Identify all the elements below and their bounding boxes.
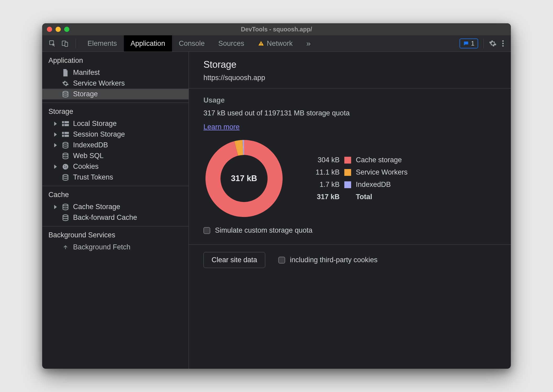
svg-point-21 bbox=[66, 166, 67, 167]
expand-icon bbox=[54, 205, 57, 209]
tab-console[interactable]: Console bbox=[172, 35, 212, 52]
usage-summary: 317 kB used out of 1197131 MB storage qu… bbox=[203, 109, 496, 117]
sidebar-item-local-storage[interactable]: Local Storage bbox=[42, 118, 189, 129]
device-toolbar-icon[interactable] bbox=[61, 40, 69, 47]
grid-icon bbox=[62, 131, 69, 138]
sidebar-item-storage[interactable]: Storage bbox=[42, 89, 189, 99]
sidebar-item-service-workers[interactable]: Service Workers bbox=[42, 78, 189, 89]
database-icon bbox=[62, 90, 69, 98]
svg-point-5 bbox=[502, 40, 504, 42]
sidebar-item-cache-storage[interactable]: Cache Storage bbox=[42, 201, 189, 212]
tab-network[interactable]: Network bbox=[251, 35, 300, 52]
svg-rect-14 bbox=[64, 132, 69, 134]
svg-point-20 bbox=[64, 165, 65, 166]
storage-panel: Storage https://squoosh.app Usage 317 kB… bbox=[189, 52, 511, 369]
upload-icon bbox=[62, 243, 69, 251]
svg-point-19 bbox=[63, 164, 68, 170]
sidebar-item-background-fetch[interactable]: Background Fetch bbox=[42, 242, 189, 253]
svg-rect-12 bbox=[64, 124, 69, 126]
chat-icon bbox=[463, 41, 469, 46]
minimize-window-button[interactable] bbox=[56, 27, 61, 32]
svg-rect-15 bbox=[62, 135, 64, 137]
issues-button[interactable]: 1 bbox=[460, 38, 478, 48]
kebab-menu-icon[interactable] bbox=[500, 40, 506, 47]
database-icon bbox=[62, 152, 69, 160]
cookie-icon bbox=[62, 163, 69, 171]
svg-point-24 bbox=[63, 174, 68, 176]
third-party-cookies-checkbox[interactable] bbox=[278, 257, 285, 264]
window-titlebar: DevTools - squoosh.app/ bbox=[42, 23, 511, 35]
sidebar-group-cache: Cache bbox=[42, 186, 189, 201]
maximize-window-button[interactable] bbox=[64, 27, 69, 32]
svg-point-25 bbox=[63, 204, 68, 206]
expand-icon bbox=[54, 143, 57, 147]
close-window-button[interactable] bbox=[47, 27, 52, 32]
expand-icon bbox=[54, 165, 57, 169]
third-party-cookies-label: including third-party cookies bbox=[290, 256, 378, 264]
window-controls bbox=[47, 27, 69, 32]
inspect-element-icon[interactable] bbox=[48, 40, 56, 47]
tab-sources[interactable]: Sources bbox=[212, 35, 251, 52]
svg-point-18 bbox=[63, 153, 68, 155]
page-title: Storage bbox=[203, 59, 496, 70]
svg-point-17 bbox=[63, 142, 68, 144]
svg-rect-9 bbox=[62, 121, 64, 123]
issues-count: 1 bbox=[471, 40, 474, 47]
svg-rect-10 bbox=[64, 121, 69, 123]
legend-row-cache: 304 kB Cache storage bbox=[306, 154, 408, 166]
usage-heading: Usage bbox=[203, 96, 496, 104]
svg-point-7 bbox=[502, 45, 504, 47]
expand-icon bbox=[54, 122, 57, 126]
legend-swatch bbox=[344, 181, 351, 188]
svg-rect-2 bbox=[65, 42, 68, 46]
svg-rect-13 bbox=[62, 132, 64, 134]
usage-donut-chart: 317 kB bbox=[203, 138, 285, 219]
devtools-tabs: Elements Application Console Sources Net… bbox=[81, 35, 318, 52]
donut-center-label: 317 kB bbox=[203, 138, 285, 219]
svg-rect-4 bbox=[261, 45, 261, 45]
file-icon bbox=[62, 69, 69, 77]
learn-more-link[interactable]: Learn more bbox=[203, 123, 240, 131]
sidebar-item-cookies[interactable]: Cookies bbox=[42, 161, 189, 172]
devtools-toolbar: Elements Application Console Sources Net… bbox=[42, 35, 511, 52]
svg-rect-11 bbox=[62, 124, 64, 126]
svg-point-8 bbox=[63, 91, 68, 93]
database-icon bbox=[62, 173, 69, 181]
svg-rect-16 bbox=[64, 135, 69, 137]
sidebar-group-background-services: Background Services bbox=[42, 226, 189, 242]
devtools-window: DevTools - squoosh.app/ Elements Applica… bbox=[42, 23, 511, 369]
svg-point-6 bbox=[502, 43, 504, 44]
settings-icon[interactable] bbox=[489, 40, 497, 47]
storage-origin: https://squoosh.app bbox=[203, 74, 496, 82]
simulate-quota-label: Simulate custom storage quota bbox=[215, 226, 312, 234]
window-title: DevTools - squoosh.app/ bbox=[241, 26, 312, 33]
simulate-quota-checkbox[interactable] bbox=[203, 227, 210, 234]
sidebar-item-websql[interactable]: Web SQL bbox=[42, 150, 189, 161]
gear-icon bbox=[62, 80, 69, 87]
sidebar-item-session-storage[interactable]: Session Storage bbox=[42, 129, 189, 140]
sidebar-group-application: Application bbox=[42, 52, 189, 67]
tab-application[interactable]: Application bbox=[124, 35, 172, 52]
clear-site-data-button[interactable]: Clear site data bbox=[203, 252, 265, 268]
sidebar-item-trust-tokens[interactable]: Trust Tokens bbox=[42, 172, 189, 183]
svg-rect-3 bbox=[261, 43, 261, 44]
database-icon bbox=[62, 214, 69, 222]
sidebar-item-bfcache[interactable]: Back-forward Cache bbox=[42, 212, 189, 223]
legend-row-sw: 11.1 kB Service Workers bbox=[306, 166, 408, 178]
svg-point-26 bbox=[63, 215, 68, 216]
grid-icon bbox=[62, 120, 69, 128]
warning-icon bbox=[258, 40, 264, 47]
svg-point-23 bbox=[66, 167, 67, 168]
sidebar-group-storage: Storage bbox=[42, 103, 189, 118]
legend-swatch bbox=[344, 157, 351, 164]
tab-elements[interactable]: Elements bbox=[81, 35, 124, 52]
sidebar-item-manifest[interactable]: Manifest bbox=[42, 67, 189, 78]
more-tabs-button[interactable]: » bbox=[300, 35, 318, 52]
legend-row-total: 317 kB Total bbox=[306, 191, 408, 203]
database-icon bbox=[62, 203, 69, 211]
svg-point-22 bbox=[64, 167, 65, 168]
sidebar-item-indexeddb[interactable]: IndexedDB bbox=[42, 140, 189, 150]
legend-row-idb: 1.7 kB IndexedDB bbox=[306, 178, 408, 191]
usage-legend: 304 kB Cache storage 11.1 kB Service Wor… bbox=[306, 154, 408, 203]
expand-icon bbox=[54, 132, 57, 137]
